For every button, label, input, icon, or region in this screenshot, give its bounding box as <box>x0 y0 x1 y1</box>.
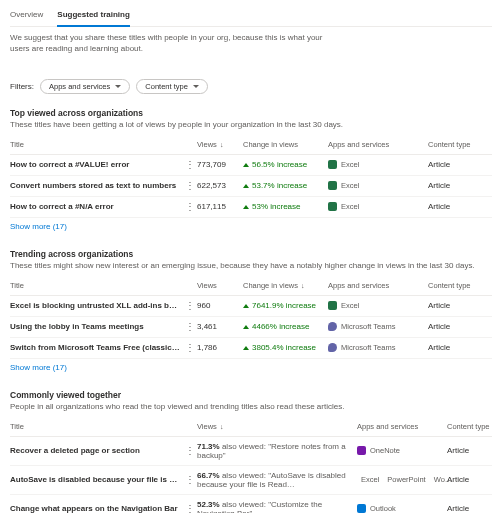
row-views: 622,573 <box>197 181 243 190</box>
chevron-down-icon <box>115 85 121 88</box>
row-change: 7641.9% increase <box>243 301 328 310</box>
row-also-viewed: 66.7% also viewed: "AutoSave is disabled… <box>197 471 357 489</box>
row-more-icon[interactable]: ⋮ <box>185 504 195 513</box>
row-content-type: Article <box>428 160 492 169</box>
row-title: How to correct a #N/A error <box>10 202 185 211</box>
table-row[interactable]: Convert numbers stored as text to number… <box>10 176 492 197</box>
row-content-type: Article <box>428 343 492 352</box>
table-row[interactable]: How to correct a #N/A error⋮617,11553% i… <box>10 197 492 218</box>
col-content-type[interactable]: Content type <box>428 140 492 149</box>
excel-icon <box>328 202 337 211</box>
row-views: 1,786 <box>197 343 243 352</box>
col-title[interactable]: Title <box>10 281 185 290</box>
row-content-type: Article <box>447 475 492 484</box>
row-content-type: Article <box>428 322 492 331</box>
row-apps: Excel <box>328 202 428 211</box>
row-apps: Excel <box>328 160 428 169</box>
row-content-type: Article <box>447 446 492 455</box>
show-more-top[interactable]: Show more (17) <box>10 222 67 231</box>
row-apps: OneNote <box>357 446 447 455</box>
tab-suggested-training[interactable]: Suggested training <box>57 6 129 27</box>
table-row[interactable]: Using the lobby in Teams meetings⋮3,4614… <box>10 317 492 338</box>
app-label: Outlook <box>370 504 396 513</box>
col-title[interactable]: Title <box>10 140 185 149</box>
row-apps: Outlook <box>357 504 447 513</box>
col-views[interactable]: Views↓ <box>197 140 243 149</box>
row-change: 56.5% increase <box>243 160 328 169</box>
table-row[interactable]: Change what appears on the Navigation Ba… <box>10 495 492 513</box>
sort-desc-icon: ↓ <box>301 282 305 289</box>
row-title: How to correct a #VALUE! error <box>10 160 185 169</box>
table-header: Title Views↓ Change in views Apps and se… <box>10 135 492 155</box>
col-views[interactable]: Views ↓ <box>197 422 357 431</box>
app-label: Excel <box>341 160 359 169</box>
row-more-icon[interactable]: ⋮ <box>185 301 195 311</box>
col-title[interactable]: Title <box>10 422 185 431</box>
row-change: 53.7% increase <box>243 181 328 190</box>
row-content-type: Article <box>428 301 492 310</box>
chevron-down-icon <box>193 85 199 88</box>
row-title: Excel is blocking untrusted XLL add-ins … <box>10 301 185 310</box>
increase-icon <box>243 304 249 308</box>
row-views: 960 <box>197 301 243 310</box>
col-apps[interactable]: Apps and services <box>328 281 428 290</box>
col-content-type[interactable]: Content type <box>428 281 492 290</box>
filter-content-type[interactable]: Content type <box>136 79 208 94</box>
row-apps: Microsoft Teams <box>328 322 428 331</box>
row-more-icon[interactable]: ⋮ <box>185 202 195 212</box>
row-content-type: Article <box>447 504 492 513</box>
sort-desc-icon: ↓ <box>220 141 224 148</box>
section-subtitle-trending: These titles might show new interest or … <box>10 261 492 270</box>
app-label: Excel <box>361 475 379 484</box>
show-more-trending[interactable]: Show more (17) <box>10 363 67 372</box>
row-change: 3805.4% increase <box>243 343 328 352</box>
table-row[interactable]: Excel is blocking untrusted XLL add-ins … <box>10 296 492 317</box>
section-subtitle-common: People in all organizations who read the… <box>10 402 492 411</box>
table-row[interactable]: How to correct a #VALUE! error⋮773,70956… <box>10 155 492 176</box>
col-views[interactable]: Views <box>197 281 243 290</box>
row-title: Recover a deleted page or section <box>10 446 185 455</box>
common-table: Title Views ↓ Apps and services Content … <box>10 417 492 513</box>
section-subtitle-top-viewed: These titles have been getting a lot of … <box>10 120 492 129</box>
onenote-icon <box>357 446 366 455</box>
row-title: Convert numbers stored as text to number… <box>10 181 185 190</box>
table-row[interactable]: AutoSave is disabled because your file i… <box>10 466 492 495</box>
col-change[interactable]: Change in views ↓ <box>243 281 328 290</box>
app-label: Excel <box>341 181 359 190</box>
row-title: Change what appears on the Navigation Ba… <box>10 504 185 513</box>
table-row[interactable]: Recover a deleted page or section⋮71.3% … <box>10 437 492 466</box>
app-label: Excel <box>341 301 359 310</box>
app-label: Excel <box>341 202 359 211</box>
increase-icon <box>243 346 249 350</box>
row-views: 617,115 <box>197 202 243 211</box>
section-title-common: Commonly viewed together <box>10 390 492 400</box>
col-change[interactable]: Change in views <box>243 140 328 149</box>
excel-icon <box>328 181 337 190</box>
excel-icon <box>328 160 337 169</box>
top-viewed-table: Title Views↓ Change in views Apps and se… <box>10 135 492 218</box>
row-apps: Microsoft Teams <box>328 343 428 352</box>
row-more-icon[interactable]: ⋮ <box>185 475 195 485</box>
filter-apps-services[interactable]: Apps and services <box>40 79 130 94</box>
table-header: Title Views Change in views ↓ Apps and s… <box>10 276 492 296</box>
filters-row: Filters: Apps and services Content type <box>10 79 492 94</box>
filter-apps-label: Apps and services <box>49 82 110 91</box>
row-apps: Excel <box>328 301 428 310</box>
section-title-top-viewed: Top viewed across organizations <box>10 108 492 118</box>
row-more-icon[interactable]: ⋮ <box>185 446 195 456</box>
row-content-type: Article <box>428 202 492 211</box>
row-more-icon[interactable]: ⋮ <box>185 181 195 191</box>
row-more-icon[interactable]: ⋮ <box>185 322 195 332</box>
col-apps[interactable]: Apps and services <box>357 422 447 431</box>
col-content-type[interactable]: Content type <box>447 422 492 431</box>
row-change: 4466% increase <box>243 322 328 331</box>
row-content-type: Article <box>428 181 492 190</box>
row-title: Switch from Microsoft Teams Free (classi… <box>10 343 185 352</box>
app-label: Microsoft Teams <box>341 343 395 352</box>
row-more-icon[interactable]: ⋮ <box>185 343 195 353</box>
col-apps[interactable]: Apps and services <box>328 140 428 149</box>
table-row[interactable]: Switch from Microsoft Teams Free (classi… <box>10 338 492 359</box>
row-more-icon[interactable]: ⋮ <box>185 160 195 170</box>
app-label: Microsoft Teams <box>341 322 395 331</box>
tab-overview[interactable]: Overview <box>10 6 43 26</box>
